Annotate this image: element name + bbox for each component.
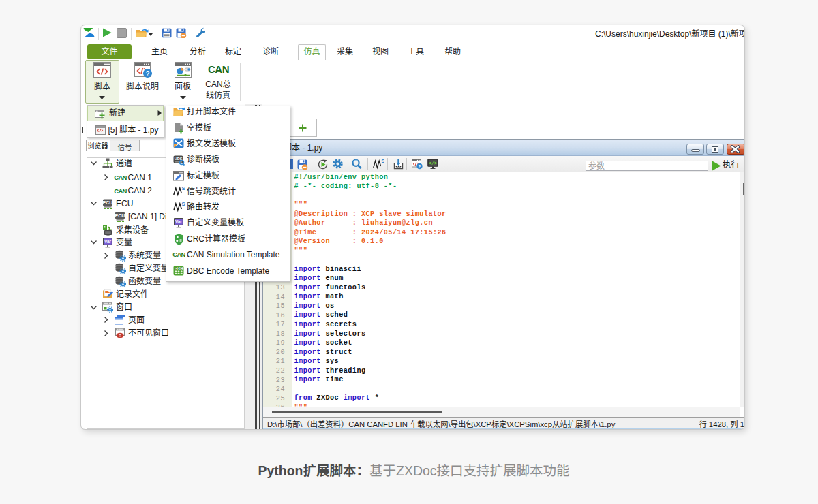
svg-text:ECU: ECU [103, 200, 113, 205]
svg-text:CAN: CAN [208, 64, 229, 75]
svg-text:S: S [182, 202, 185, 207]
svg-text:Var: Var [104, 239, 112, 244]
svg-text:DBC: DBC [175, 267, 183, 270]
svg-text:</>: </> [429, 161, 437, 166]
svg-text:CAN: CAN [114, 188, 127, 194]
svg-text:S: S [382, 159, 384, 163]
svg-text:S: S [182, 186, 185, 191]
svg-text:?: ? [145, 70, 149, 78]
svg-text:CAN: CAN [172, 251, 185, 257]
svg-text:CAN: CAN [114, 174, 127, 180]
svg-text:ECU: ECU [115, 213, 125, 218]
svg-text:?: ? [418, 164, 421, 169]
svg-text:Var: Var [175, 219, 183, 224]
